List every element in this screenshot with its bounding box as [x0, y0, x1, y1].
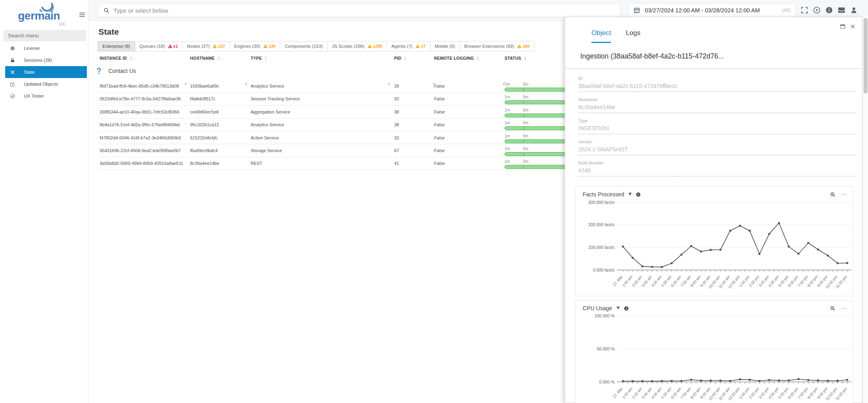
- warning-badge: x1: [168, 44, 178, 49]
- tab-nodes-27[interactable]: Nodes (27)x27: [182, 41, 230, 51]
- sidebar-item-state[interactable]: State: [5, 66, 87, 78]
- user-icon[interactable]: [850, 6, 858, 14]
- cell-remote-logging: False: [432, 161, 503, 166]
- cell-pid: 32: [393, 96, 432, 101]
- tab-label: Queues (18): [139, 44, 165, 49]
- tab-js-scripts-296[interactable]: JS Scripts (296)x295: [327, 41, 387, 51]
- funnel-icon[interactable]: [616, 306, 621, 311]
- warning-badge: x30: [263, 44, 276, 49]
- play-circle-icon[interactable]: [813, 6, 821, 14]
- hamburger-menu-icon[interactable]: [78, 11, 86, 18]
- sidebar-item-label: State: [24, 70, 35, 74]
- object-fields: ID38aa58af-b8ef-4a2c-b115-472d76ffbe2cHo…: [578, 76, 856, 182]
- column-resize-handle[interactable]: //: [433, 82, 434, 86]
- scrollbar-thumb[interactable]: [864, 18, 868, 94]
- zoom-in-icon[interactable]: [830, 305, 836, 311]
- field-value: INGESTION: [578, 125, 856, 134]
- ellipsis-icon[interactable]: [841, 305, 846, 311]
- warning-count: x69: [522, 44, 530, 49]
- svg-text:0.000 fact/s: 0.000 fact/s: [593, 268, 615, 272]
- cell-instance-id: f9d71bad-ffc6-4bec-85d5-c34b79513d08: [98, 84, 189, 88]
- panel-tab-object[interactable]: Object: [591, 29, 611, 43]
- cell-pid: 67: [393, 148, 432, 153]
- cell-hostname: 615232e8cbfc: [189, 135, 249, 140]
- funnel-icon[interactable]: [628, 192, 632, 197]
- sidebar: germain UX WizardsOperationalExplore you…: [0, 0, 88, 403]
- column-label: REMOTE LOGGING: [434, 56, 474, 61]
- status-interval-label: 1m: [505, 134, 523, 139]
- sidebar-item-label: Updated Objects: [24, 82, 58, 86]
- tab-label: Mobile (0): [435, 44, 455, 49]
- sidebar-item-license[interactable]: License: [0, 42, 88, 54]
- cell-pid: 33: [393, 135, 432, 140]
- column-label: INSTANCE ID: [100, 56, 127, 61]
- svg-text:100.000 fact/s: 100.000 fact/s: [588, 245, 615, 250]
- info-circle-icon[interactable]: [825, 6, 833, 14]
- chart-title: CPU Usage: [583, 305, 612, 311]
- warning-count: x7: [421, 44, 426, 49]
- status-interval-label: 5m: [523, 95, 528, 100]
- ellipsis-icon[interactable]: [841, 192, 846, 198]
- tab-engines-30[interactable]: Engines (30)x30: [230, 41, 281, 51]
- cell-hostname: f4afeb3f517c: [189, 96, 249, 101]
- column-resize-handle[interactable]: //: [185, 82, 186, 86]
- global-search-input[interactable]: [114, 7, 615, 14]
- sidebar-search-input[interactable]: [3, 30, 86, 41]
- warning-triangle-icon: [415, 44, 420, 49]
- tab-mobile-0[interactable]: Mobile (0): [430, 41, 460, 51]
- column-resize-handle[interactable]: //: [388, 82, 389, 86]
- tab-label: JS Scripts (296): [332, 44, 365, 49]
- date-range-picker[interactable]: 03/27/2024 12:00 AM - 03/28/2024 12:00 A…: [628, 4, 796, 17]
- tab-queues-18[interactable]: Queues (18)x1: [135, 41, 183, 51]
- close-icon[interactable]: [850, 23, 856, 29]
- info-circle-icon[interactable]: [624, 306, 629, 311]
- sidebar-item-ux-tester[interactable]: UX Tester: [0, 90, 88, 102]
- warning-badge: x69: [517, 44, 530, 49]
- tools-icon: [10, 70, 15, 75]
- edit-square-icon: [10, 82, 15, 87]
- fullscreen-icon[interactable]: [801, 6, 808, 14]
- zoom-in-icon[interactable]: [830, 192, 836, 198]
- sort-icon: [523, 56, 527, 61]
- panel-tab-logs[interactable]: Logs: [626, 29, 640, 43]
- cell-remote-logging: False: [432, 84, 503, 88]
- sidebar-item-sessions-28[interactable]: Sessions (28): [0, 54, 88, 66]
- warning-badge: x295: [367, 44, 382, 49]
- tab-enterprise-8[interactable]: Enterprise (8): [98, 41, 135, 51]
- sidebar-item-label: Sessions (28): [24, 58, 52, 63]
- field-value: 2024.1-SNAPSHOT: [578, 146, 856, 155]
- vertical-scrollbar: [862, 17, 868, 403]
- column-label: STATUS: [505, 56, 521, 61]
- inbox-icon[interactable]: [838, 6, 845, 14]
- topbar-actions: [801, 6, 858, 14]
- tab-agents-7[interactable]: Agents (7)x7: [387, 41, 430, 51]
- field-id: ID38aa58af-b8ef-4a2c-b115-472d76ffbe2c: [578, 76, 856, 92]
- info-circle-icon[interactable]: [636, 192, 641, 197]
- warning-badge: x27: [212, 44, 225, 49]
- field-label: Hostname: [578, 97, 856, 102]
- field-value: #248: [578, 167, 856, 176]
- status-bar-divider: [523, 88, 524, 91]
- tab-components-153[interactable]: Components (153): [280, 41, 327, 51]
- panel-window-controls: [840, 23, 856, 29]
- status-interval-label: 1m: [505, 147, 523, 151]
- status-interval-label: 1m: [505, 95, 523, 100]
- tab-browser-extensions-69[interactable]: Browser Extensions (69)x69: [460, 41, 534, 51]
- column-resize-handle[interactable]: //: [503, 82, 504, 86]
- sidebar-item-updated-objects[interactable]: Updated Objects: [0, 78, 88, 90]
- cell-instance-id: 0623df6d-b78e-4777-8c5a-94278fa5ae36: [98, 96, 189, 101]
- field-value: 8c39a4ee14be: [578, 104, 856, 113]
- column-resize-handle[interactable]: //: [245, 82, 247, 86]
- status-interval-label: 5m: [523, 134, 528, 139]
- gear-icon: [10, 46, 15, 51]
- warning-triangle-icon: [168, 44, 173, 49]
- chart-header: Facts Processed: [575, 187, 853, 199]
- status-interval-label: 5m: [523, 147, 528, 151]
- chart-card-facts-processed: Facts Processed0.000 fact/s100.000 fact/…: [575, 186, 853, 296]
- global-search: [98, 4, 620, 17]
- cell-hostname: 1593bae6a89c: [189, 84, 249, 88]
- window-panel-icon[interactable]: [840, 23, 846, 29]
- status-interval-label: 1m: [505, 121, 523, 125]
- status-interval-label: 1m: [505, 159, 523, 164]
- line-chart: 0.000 %50.000 %100.000 %27. Mar1:00 am2:…: [575, 313, 854, 403]
